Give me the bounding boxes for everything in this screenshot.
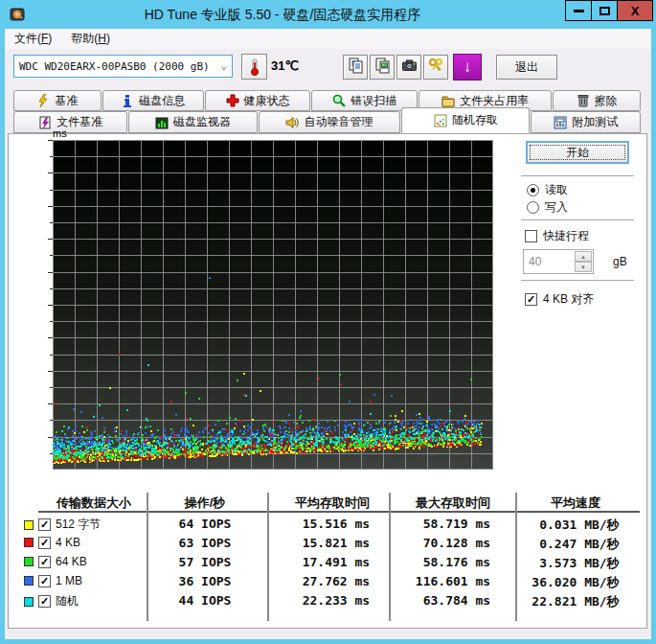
keys-button[interactable] bbox=[423, 55, 448, 80]
start-button[interactable]: 开始 bbox=[526, 141, 629, 164]
tab-自动噪音管理[interactable]: 自动噪音管理 bbox=[259, 111, 401, 133]
close-icon: X bbox=[631, 4, 640, 18]
temperature-button[interactable] bbox=[241, 54, 267, 80]
avg-speed-cell: 22.821 MB/秒 bbox=[532, 593, 619, 610]
tab-磁盘监视器[interactable]: 磁盘监视器 bbox=[128, 111, 257, 133]
table-header-2: 平均存取时间 bbox=[295, 494, 370, 512]
tab-label: 附加测试 bbox=[572, 114, 618, 130]
table-row-2: ✓ 64 KB bbox=[24, 555, 87, 568]
table-row-0: ✓ 512 字节 bbox=[24, 517, 101, 533]
tab-label: 擦除 bbox=[595, 93, 618, 109]
table-header-3: 最大存取时间 bbox=[416, 494, 490, 512]
minimize-button[interactable] bbox=[565, 0, 592, 21]
file-benchmark-icon bbox=[38, 116, 52, 129]
table-header-0: 传输数据大小 bbox=[57, 494, 131, 512]
max-access-cell: 70.128 ms bbox=[416, 536, 490, 550]
series-label: 64 KB bbox=[56, 555, 87, 568]
maximize-button[interactable] bbox=[591, 0, 618, 21]
extra-tests-icon bbox=[554, 116, 567, 129]
camera-button[interactable] bbox=[396, 55, 421, 80]
tab-文件基准[interactable]: 文件基准 bbox=[13, 111, 127, 133]
menu-item-file[interactable]: 文件(F) bbox=[5, 29, 61, 49]
access-time-scatter-chart bbox=[45, 140, 493, 471]
copy-image-button[interactable] bbox=[370, 55, 395, 80]
tab-label: 错误扫描 bbox=[351, 93, 396, 109]
avg-speed-cell: 3.573 MB/秒 bbox=[532, 555, 619, 572]
health-icon bbox=[226, 94, 239, 107]
table-row-1: ✓ 4 KB bbox=[24, 536, 80, 549]
checkbox-checked-icon[interactable]: ✓ bbox=[38, 556, 51, 568]
max-access-cell: 63.784 ms bbox=[416, 593, 490, 608]
tab-row-2: 文件基准磁盘监视器自动噪音管理随机存取附加测试 bbox=[13, 111, 642, 133]
checkbox-checked-icon[interactable]: ✓ bbox=[38, 518, 51, 531]
series-color-swatch bbox=[24, 557, 34, 566]
aam-icon bbox=[285, 116, 299, 129]
iops-cell: 63 IOPS bbox=[179, 536, 232, 550]
tab-row-1: 基准磁盘信息健康状态错误扫描文件夹占用率擦除 bbox=[13, 90, 642, 111]
maximize-icon bbox=[599, 7, 610, 15]
checkbox-checked-icon[interactable]: ✓ bbox=[38, 575, 51, 587]
spin-down-button[interactable]: ▼ bbox=[575, 262, 592, 272]
tab-附加测试[interactable]: 附加测试 bbox=[531, 111, 641, 133]
tab-label: 磁盘监视器 bbox=[173, 114, 231, 130]
short-stroke-checkbox[interactable]: 快捷行程 bbox=[525, 228, 589, 244]
avg-access-cell: 17.491 ms bbox=[295, 555, 370, 569]
iops-cell: 36 IOPS bbox=[179, 574, 232, 588]
separator bbox=[521, 280, 634, 282]
checkbox-checked-icon[interactable]: ✓ bbox=[38, 595, 51, 608]
error-scan-icon bbox=[332, 94, 346, 107]
titlebar: HD Tune 专业版 5.50 - 硬盘/固态硬盘实用程序 X bbox=[0, 0, 656, 29]
table-row-4: ✓ 随机 bbox=[24, 593, 79, 610]
folder-usage-icon bbox=[441, 94, 455, 107]
disk-info-icon bbox=[121, 94, 134, 107]
exit-button[interactable]: 退出 bbox=[496, 55, 557, 80]
drive-select[interactable]: WDC WD20EARX-00PASB0 (2000 gB) ⌄ bbox=[13, 55, 233, 78]
table-row-3: ✓ 1 MB bbox=[24, 574, 82, 587]
table-column-separator bbox=[515, 493, 517, 621]
series-color-swatch bbox=[24, 520, 34, 530]
avg-access-cell: 22.233 ms bbox=[295, 593, 370, 608]
drive-select-value: WDC WD20EARX-00PASB0 (2000 gB) bbox=[19, 60, 210, 73]
max-access-cell: 58.719 ms bbox=[416, 517, 490, 531]
close-button[interactable]: X bbox=[617, 0, 653, 21]
tab-label: 磁盘信息 bbox=[139, 93, 185, 109]
checkbox-checked-icon[interactable]: ✓ bbox=[38, 537, 51, 549]
short-stroke-label: 快捷行程 bbox=[543, 228, 589, 244]
tab-label: 基准 bbox=[55, 93, 78, 109]
tab-随机存取[interactable]: 随机存取 bbox=[401, 107, 530, 133]
write-radio-label: 写入 bbox=[545, 199, 568, 216]
tab-基准[interactable]: 基准 bbox=[13, 90, 102, 111]
capacity-unit-label: gB bbox=[613, 255, 627, 268]
window-title: HD Tune 专业版 5.50 - 硬盘/固态硬盘实用程序 bbox=[0, 0, 565, 29]
update-button[interactable]: ↓ bbox=[453, 54, 482, 80]
write-radio[interactable]: 写入 bbox=[527, 199, 568, 216]
checkbox-unchecked-icon bbox=[525, 230, 537, 242]
tab-磁盘信息[interactable]: 磁盘信息 bbox=[102, 90, 204, 111]
keys-icon bbox=[428, 58, 444, 78]
avg-access-cell: 27.762 ms bbox=[295, 574, 370, 588]
y-axis-unit: ms bbox=[53, 127, 67, 139]
avg-speed-cell: 0.247 MB/秒 bbox=[532, 536, 619, 553]
hdtune-window: HD Tune 专业版 5.50 - 硬盘/固态硬盘实用程序 X 文件(F)帮助… bbox=[0, 0, 656, 644]
avg-speed-cell: 0.031 MB/秒 bbox=[532, 517, 619, 534]
table-header-underline bbox=[38, 511, 640, 513]
tab-label: 自动噪音管理 bbox=[304, 114, 373, 130]
capacity-spinner[interactable]: 40 ▲ ▼ bbox=[523, 249, 594, 274]
tab-擦除[interactable]: 擦除 bbox=[553, 90, 641, 111]
copy-image-icon bbox=[374, 58, 391, 78]
random-access-icon bbox=[434, 114, 447, 127]
erase-icon bbox=[577, 94, 590, 107]
spin-up-button[interactable]: ▲ bbox=[575, 251, 592, 262]
copy-text-button[interactable] bbox=[343, 55, 368, 80]
tab-健康状态[interactable]: 健康状态 bbox=[205, 90, 311, 111]
disk-monitor-icon bbox=[155, 116, 169, 129]
read-radio[interactable]: 读取 bbox=[527, 182, 568, 198]
series-color-swatch bbox=[24, 576, 34, 586]
align-4kb-checkbox[interactable]: ✓ 4 KB 对齐 bbox=[525, 291, 594, 308]
menu-item-help[interactable]: 帮助(H) bbox=[61, 29, 120, 49]
avg-access-cell: 15.821 ms bbox=[295, 536, 370, 550]
series-label: 512 字节 bbox=[56, 517, 101, 533]
series-color-swatch bbox=[24, 538, 34, 547]
iops-cell: 64 IOPS bbox=[179, 517, 232, 531]
iops-cell: 44 IOPS bbox=[179, 593, 232, 608]
